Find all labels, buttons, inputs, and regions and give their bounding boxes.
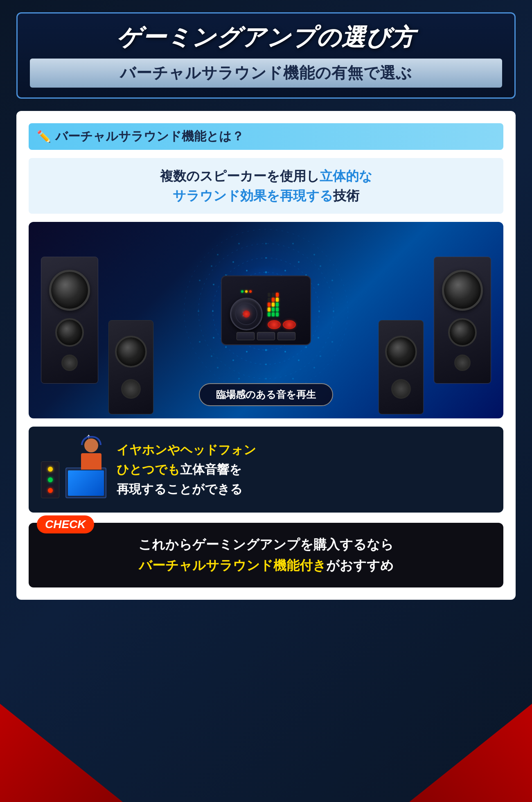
svg-point-58 xyxy=(217,367,219,368)
speaker-large-right xyxy=(434,257,491,384)
gamer-text-line3: 再現することができる xyxy=(117,482,243,496)
speaker-cone-r1-sm xyxy=(454,355,471,371)
pc-light-green xyxy=(48,477,53,482)
svg-point-36 xyxy=(305,346,307,348)
svg-point-62 xyxy=(238,378,240,380)
svg-point-42 xyxy=(232,359,234,361)
gamer-illustration xyxy=(41,437,106,502)
svg-point-37 xyxy=(318,284,319,285)
check-section: CHECK これからゲーミングアンプを購入するなら バーチャルサラウンド機能付き… xyxy=(29,523,503,587)
speaker-small-right xyxy=(379,320,424,414)
speaker-cone-l2-sm xyxy=(121,379,141,399)
svg-point-30 xyxy=(212,310,214,312)
speaker-small-left xyxy=(108,320,153,414)
svg-point-61 xyxy=(292,243,294,244)
speaker-cone-r1-big xyxy=(442,270,483,311)
pc-light-red xyxy=(48,488,53,493)
svg-point-26 xyxy=(246,351,248,352)
section-title-text: バーチャルサラウンド機能とは？ xyxy=(55,128,244,145)
svg-point-51 xyxy=(211,265,212,267)
definition-line3: 技術 xyxy=(333,188,359,203)
svg-point-49 xyxy=(320,265,321,267)
definition-highlight1: 立体的な xyxy=(320,169,372,183)
svg-point-39 xyxy=(213,284,214,285)
check-text-suffix: がおすすめ xyxy=(326,558,394,573)
mixer-big-knob: ≫ xyxy=(230,298,263,330)
svg-point-48 xyxy=(265,243,267,244)
svg-point-44 xyxy=(298,359,300,361)
gamer-text: イヤホンやヘッドフォン ひとつでも立体音響を 再現することができる xyxy=(117,440,491,499)
svg-point-53 xyxy=(331,280,333,281)
svg-point-29 xyxy=(318,310,320,312)
monitor xyxy=(65,468,106,498)
speaker-cone-l2-big xyxy=(115,336,147,368)
gamer-text-content: イヤホンやヘッドフォン ひとつでも立体音響を 再現することができる xyxy=(117,440,491,499)
svg-point-45 xyxy=(333,310,334,312)
svg-point-43 xyxy=(232,261,234,263)
svg-point-15 xyxy=(265,349,267,351)
mixer-knob-inner xyxy=(243,310,250,318)
svg-point-31 xyxy=(265,364,267,365)
check-text-highlight: バーチャルサラウンド機能付き xyxy=(139,558,326,573)
svg-point-27 xyxy=(246,270,248,271)
svg-point-60 xyxy=(313,367,315,368)
definition-box: 複数のスピーカーを使用し立体的な サラウンド効果を再現する技術 xyxy=(29,158,503,214)
mixer-bottom-btns xyxy=(228,332,304,340)
check-badge: CHECK xyxy=(37,515,94,533)
svg-point-55 xyxy=(199,280,201,281)
speaker-cone-r1-med xyxy=(448,318,477,347)
gamer-section: ✦ xyxy=(29,427,503,513)
svg-point-56 xyxy=(331,341,333,343)
immersive-label: 臨場感のある音を再生 xyxy=(199,383,333,406)
gamer-body xyxy=(81,453,101,470)
mixer-body: ≫ xyxy=(221,276,311,345)
svg-point-40 xyxy=(318,337,319,339)
speaker-cone-l1-med xyxy=(55,318,84,347)
svg-point-16 xyxy=(265,271,267,273)
mixer-left-panel: ≫ xyxy=(228,290,264,330)
gamer-headphone xyxy=(81,436,101,445)
gamer-figure xyxy=(81,438,101,470)
svg-point-64 xyxy=(292,378,294,380)
check-text: これからゲーミングアンプを購入するなら バーチャルサラウンド機能付きがおすすめ xyxy=(41,534,491,576)
svg-point-46 xyxy=(198,310,199,312)
gamer-text-line1: イヤホンやヘッドフォン xyxy=(117,443,256,456)
pc-tower xyxy=(41,461,59,498)
speaker-cone-r2-big xyxy=(385,336,417,368)
gamer-text-line2b: 立体音響を xyxy=(180,463,242,476)
page-title: ゲーミングアンプの選び方 xyxy=(30,22,502,54)
svg-point-57 xyxy=(313,254,315,255)
definition-line1: 複数のスピーカーを使用し xyxy=(160,169,320,183)
check-text-line1: これからゲーミングアンプを購入するなら xyxy=(138,537,394,552)
header-subtitle: バーチャルサラウンド機能の有無で選ぶ xyxy=(38,63,494,84)
main-container: ゲーミングアンプの選び方 バーチャルサラウンド機能の有無で選ぶ ✏️ バーチャル… xyxy=(0,0,532,612)
svg-point-25 xyxy=(284,270,286,271)
speaker-cone-l1-sm xyxy=(61,355,78,371)
definition-text: 複数のスピーカーを使用し立体的な サラウンド効果を再現する技術 xyxy=(39,166,493,206)
svg-point-59 xyxy=(217,254,219,255)
mixer-right-panel xyxy=(268,292,304,329)
gamer-text-line2a: ひとつでも xyxy=(117,463,180,476)
speaker-large-left xyxy=(41,257,98,384)
header-box: ゲーミングアンプの選び方 バーチャルサラウンド機能の有無で選ぶ xyxy=(16,12,516,99)
header-subtitle-box: バーチャルサラウンド機能の有無で選ぶ xyxy=(30,59,502,88)
pc-light-yellow xyxy=(48,467,53,472)
speaker-image-box: ≫ xyxy=(29,222,503,418)
speaker-cone-r2-sm xyxy=(391,379,411,399)
svg-point-50 xyxy=(211,355,212,357)
mixer-center: ≫ xyxy=(221,276,311,345)
section-title-box: ✏️ バーチャルサラウンド機能とは？ xyxy=(29,123,503,150)
monitor-screen xyxy=(68,470,104,496)
svg-point-52 xyxy=(320,355,321,357)
svg-point-41 xyxy=(298,261,300,263)
speaker-cone-l1-big xyxy=(49,270,90,311)
content-card: ✏️ バーチャルサラウンド機能とは？ 複数のスピーカーを使用し立体的な サラウン… xyxy=(16,111,516,600)
svg-point-38 xyxy=(213,337,214,339)
pencil-icon: ✏️ xyxy=(37,130,51,143)
gamer-head xyxy=(84,438,98,452)
svg-point-28 xyxy=(284,351,286,352)
svg-point-47 xyxy=(265,378,267,380)
svg-point-54 xyxy=(199,341,201,343)
svg-point-32 xyxy=(265,257,267,259)
svg-point-63 xyxy=(238,243,240,244)
